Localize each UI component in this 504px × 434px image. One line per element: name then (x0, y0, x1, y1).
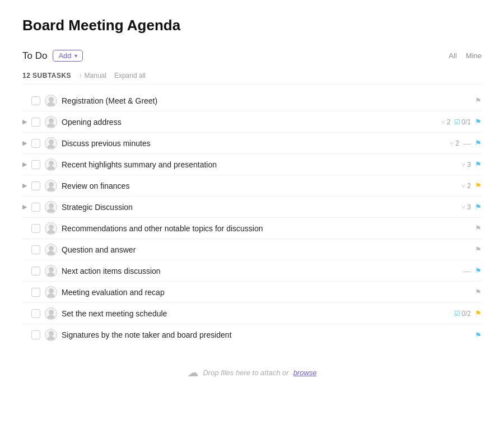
task-meta: —⚑ (463, 267, 482, 276)
task-checkbox[interactable] (31, 267, 40, 276)
filter-all[interactable]: All (449, 52, 456, 60)
expand-arrow-icon[interactable]: ▶ (22, 203, 30, 211)
checklist-badge: ☑ 0/1 (454, 118, 471, 126)
add-chevron-icon: ▾ (74, 53, 77, 59)
task-name: Recent highlights summary and presentati… (62, 160, 457, 169)
flag-icon[interactable]: ⚑ (475, 224, 482, 232)
task-name: Set the next meeting schedule (62, 309, 450, 318)
task-meta: ⑂ 3⚑ (461, 203, 482, 211)
task-row: ▶Recommendations and other notable topic… (22, 218, 482, 239)
sort-arrow-icon: ↑ (79, 72, 82, 79)
section-header-left: To Do Add ▾ (22, 50, 83, 62)
checklist-icon: ☑ (454, 118, 460, 126)
task-row: ▶Set the next meeting schedule☑ 0/2⚑ (22, 303, 482, 324)
task-checkbox[interactable] (31, 118, 40, 127)
task-meta: ⚑ (475, 331, 482, 339)
task-row: ▶Next action items discussion—⚑ (22, 260, 482, 282)
flag-icon[interactable]: ⚑ (475, 288, 482, 296)
subtask-count: ⑂ 2 (450, 139, 459, 147)
flag-icon[interactable]: ⚑ (475, 160, 482, 169)
subtask-count: ⑂ 2 (461, 182, 471, 190)
avatar (45, 307, 57, 320)
task-checkbox[interactable] (31, 330, 40, 339)
dash-icon: — (463, 139, 471, 148)
avatar (45, 286, 57, 298)
avatar (45, 116, 57, 128)
expand-arrow-icon[interactable]: ▶ (22, 118, 30, 125)
expand-arrow-icon[interactable]: ▶ (22, 161, 30, 168)
avatar (45, 222, 57, 235)
flag-icon[interactable]: ⚑ (475, 139, 482, 147)
flag-icon[interactable]: ⚑ (475, 309, 482, 318)
task-meta: ⚑ (475, 288, 482, 296)
task-checkbox[interactable] (31, 96, 40, 105)
page-title: Board Meeting Agenda (22, 17, 482, 34)
task-checkbox[interactable] (31, 288, 40, 297)
subtask-branch-icon: ⑂ (461, 183, 465, 189)
add-label: Add (58, 52, 71, 60)
browse-link[interactable]: browse (293, 368, 317, 377)
avatar (45, 137, 57, 150)
task-name: Question and answer (62, 245, 470, 254)
task-checkbox[interactable] (31, 181, 40, 190)
task-name: Registration (Meet & Greet) (62, 96, 470, 105)
drop-zone-text: Drop files here to attach or (203, 368, 288, 377)
checklist-icon: ☑ (454, 310, 460, 318)
avatar (45, 265, 57, 277)
sort-label: Manual (85, 72, 106, 80)
task-checkbox[interactable] (31, 224, 40, 233)
task-row: ▶Question and answer⚑ (22, 239, 482, 260)
task-meta: ⑂ 2⚑ (461, 181, 482, 190)
task-checkbox[interactable] (31, 245, 40, 254)
flag-icon[interactable]: ⚑ (475, 267, 482, 275)
expand-arrow-icon[interactable]: ▶ (22, 182, 30, 189)
task-meta: ⚑ (475, 224, 482, 232)
task-checkbox[interactable] (31, 160, 40, 169)
task-row: ▶Recent highlights summary and presentat… (22, 154, 482, 175)
task-meta: ⚑ (475, 96, 482, 105)
section-title: To Do (22, 50, 47, 62)
task-checkbox[interactable] (31, 203, 40, 212)
subtask-count: ⑂ 3 (461, 203, 471, 211)
filter-mine[interactable]: Mine (466, 52, 482, 60)
avatar (45, 180, 57, 192)
task-meta: ⑂ 3⚑ (461, 160, 482, 169)
subtask-branch-icon: ⑂ (450, 140, 454, 147)
task-name: Recommendations and other notable topics… (62, 224, 470, 233)
upload-icon: ☁ (187, 366, 198, 379)
task-checkbox[interactable] (31, 309, 40, 318)
subtask-branch-icon: ⑂ (441, 119, 445, 125)
drop-zone: ☁ Drop files here to attach or browse (22, 357, 482, 388)
avatar (45, 244, 57, 256)
checklist-badge: ☑ 0/2 (454, 310, 471, 318)
task-name: Meeting evaluation and recap (62, 288, 470, 297)
task-meta: ⑂ 2☑ 0/1⚑ (441, 118, 482, 126)
flag-icon[interactable]: ⚑ (475, 245, 482, 254)
flag-icon[interactable]: ⚑ (475, 331, 482, 339)
subtask-count: ⑂ 2 (441, 118, 451, 126)
task-row: ▶Registration (Meet & Greet)⚑ (22, 90, 482, 111)
avatar (45, 329, 57, 341)
avatar (45, 95, 57, 107)
flag-icon[interactable]: ⚑ (475, 118, 482, 126)
task-checkbox[interactable] (31, 139, 40, 148)
avatar (45, 201, 57, 213)
avatar (45, 158, 57, 171)
task-name: Discuss previous minutes (62, 139, 445, 148)
task-meta: ☑ 0/2⚑ (454, 309, 482, 318)
task-name: Review on finances (62, 181, 457, 190)
add-button[interactable]: Add ▾ (53, 50, 82, 62)
expand-arrow-icon[interactable]: ▶ (22, 139, 30, 147)
flag-icon[interactable]: ⚑ (475, 96, 482, 105)
subtask-count: ⑂ 3 (461, 161, 471, 169)
task-row: ▶Review on finances⑂ 2⚑ (22, 175, 482, 197)
flag-icon[interactable]: ⚑ (475, 181, 482, 190)
task-row: ▶Meeting evaluation and recap⚑ (22, 282, 482, 303)
expand-all-button[interactable]: Expand all (114, 72, 146, 80)
sort-indicator[interactable]: ↑ Manual (79, 72, 106, 80)
flag-icon[interactable]: ⚑ (475, 203, 482, 211)
task-name: Opening address (62, 118, 437, 127)
task-name: Next action items discussion (62, 267, 459, 276)
task-meta: ⚑ (475, 245, 482, 254)
task-meta: ⑂ 2—⚑ (450, 139, 482, 148)
